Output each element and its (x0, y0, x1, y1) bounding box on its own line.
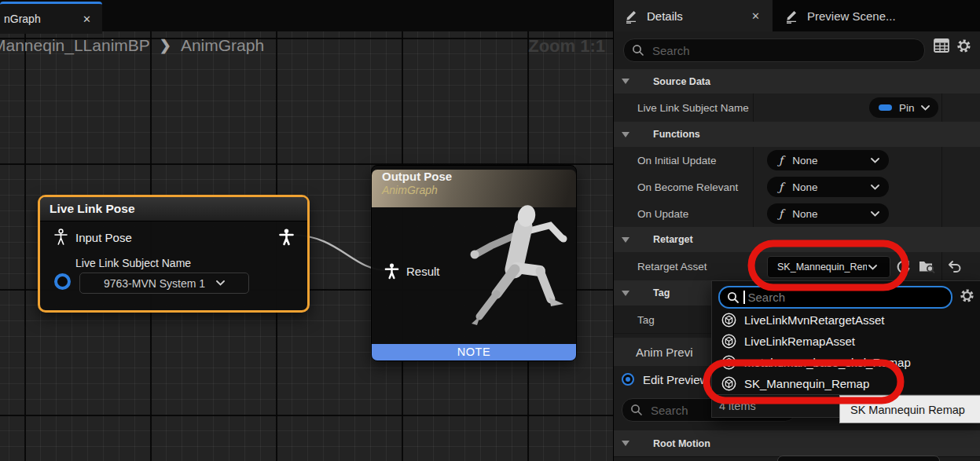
animgraph-canvas[interactable]: nGraph ✕ Manneqin_LLanimBP ❯ AnimGraph Z… (0, 0, 613, 461)
asset-picker-search-input[interactable] (718, 286, 952, 309)
function-dropdown[interactable]: ƒ None (767, 177, 889, 197)
chevron-down-icon (216, 280, 225, 286)
asset-class-icon (721, 334, 736, 349)
subject-name-input-pin-icon[interactable] (54, 273, 71, 290)
asset-class-icon (721, 355, 736, 370)
subject-name-dropdown[interactable]: 9763-MVN System 1 (79, 273, 249, 294)
breadcrumb-current[interactable]: AnimGraph (181, 36, 264, 55)
row-on-become-relevant: On Become Relevant ƒ None (614, 174, 980, 201)
node-note-banner[interactable]: NOTE (372, 344, 576, 360)
collapse-triangle-icon (622, 237, 629, 243)
result-pose-pin-icon[interactable] (384, 263, 399, 280)
collapse-triangle-icon (622, 79, 629, 84)
chevron-down-icon (871, 158, 879, 163)
details-search-field[interactable] (651, 43, 864, 58)
output-pose-node-header[interactable]: Output Pose AnimGraph (372, 170, 576, 207)
settings-gear-icon[interactable] (955, 37, 972, 54)
collapse-triangle-icon (622, 441, 629, 446)
asset-item-label: LiveLinkRemapAsset (744, 335, 855, 348)
asset-item-label: metahuman_base_skel_Remap (744, 356, 911, 369)
pose-output-pin-icon[interactable] (278, 229, 295, 246)
pin-dropdown-value: Pin (899, 102, 915, 114)
section-root-motion-label: Root Motion (653, 438, 710, 449)
preview-scene-pencil-icon (784, 9, 799, 24)
zoom-level-indicator: Zoom 1:1 (472, 36, 605, 57)
asset-item-livelinkmvnretargetasset[interactable]: LiveLinkMvnRetargetAsset (712, 309, 980, 331)
asset-class-icon (721, 376, 736, 391)
asset-class-icon (721, 313, 736, 327)
result-pin-label: Result (406, 265, 440, 278)
retarget-asset-dropdown[interactable]: SK_Mannequin_Rem (767, 256, 890, 278)
tab-details-label: Details (647, 9, 683, 23)
row-label: Retarget Asset (637, 261, 707, 273)
asset-item-sk-mannequin-remap[interactable]: SK_Mannequin_Remap (712, 373, 980, 394)
row-label: Tag (637, 313, 655, 325)
details-toolbar (614, 31, 980, 69)
details-pencil-icon (624, 9, 639, 24)
function-icon: ƒ (779, 207, 783, 220)
row-retarget-asset: Retarget Asset SK_Mannequin_Rem (614, 252, 980, 281)
text-cursor (743, 291, 745, 304)
search-icon (630, 404, 643, 416)
use-selected-asset-icon[interactable] (894, 258, 912, 275)
row-label: On Initial Update (637, 155, 717, 166)
output-pose-node-subtitle: AnimGraph (382, 184, 576, 196)
section-source-data-label: Source Data (653, 76, 710, 87)
tab-details-close-icon[interactable]: ✕ (751, 10, 760, 22)
unreal-editor-window: nGraph ✕ Manneqin_LLanimBP ❯ AnimGraph Z… (0, 0, 980, 461)
asset-picker-settings-gear-icon[interactable] (959, 287, 975, 304)
live-link-pose-node[interactable]: Live Link Pose Input Pose Live Link Subj… (38, 195, 310, 313)
function-dropdown-value: None (792, 181, 817, 193)
function-dropdown-value: None (792, 155, 817, 166)
chevron-down-icon (871, 211, 879, 217)
row-label: On Become Relevant (637, 181, 738, 193)
graph-document-tab[interactable]: nGraph ✕ (0, 2, 102, 34)
details-search-input[interactable] (623, 38, 925, 62)
section-retarget-label: Retarget (653, 234, 693, 245)
radio-selected-icon[interactable] (622, 373, 634, 386)
row-on-initial-update: On Initial Update ƒ None (614, 147, 980, 174)
input-pose-pin-label: Input Pose (75, 231, 132, 244)
display-filter-icon[interactable] (933, 37, 950, 54)
chevron-down-icon (921, 105, 930, 111)
pin-dropdown-button[interactable]: Pin (869, 97, 938, 118)
function-icon: ƒ (779, 181, 783, 193)
anim-preview-editor-label: Anim Previ (636, 346, 693, 359)
chevron-down-icon (868, 265, 877, 270)
function-icon: ƒ (779, 154, 783, 166)
search-icon (632, 44, 644, 57)
function-dropdown[interactable]: ƒ None (767, 150, 889, 170)
edit-preview-label: Edit Preview (643, 373, 708, 386)
asset-item-metahuman-base-skel-remap[interactable]: metahuman_base_skel_Remap (712, 352, 980, 373)
asset-item-label: LiveLinkMvnRetargetAsset (744, 313, 884, 327)
tab-preview-scene[interactable]: Preview Scene... (774, 0, 980, 31)
row-on-update: On Update ƒ None (614, 200, 980, 228)
browse-to-asset-icon[interactable] (918, 258, 935, 275)
section-functions-label: Functions (653, 129, 700, 140)
asset-item-livelinkremapasset[interactable]: LiveLinkRemapAsset (712, 331, 980, 352)
reset-to-default-icon[interactable] (945, 258, 963, 275)
section-retarget[interactable]: Retarget (614, 227, 980, 253)
output-pose-node[interactable]: Output Pose AnimGraph (371, 165, 577, 361)
partial-dropdown-bottom (777, 456, 940, 461)
collapse-triangle-icon (622, 132, 629, 137)
section-root-motion[interactable]: Root Motion (614, 430, 980, 457)
breadcrumb: Manneqin_LLanimBP ❯ AnimGraph (0, 36, 264, 55)
asset-item-label: SK_Mannequin_Remap (744, 377, 869, 390)
asset-count-label: 4 items (719, 400, 756, 412)
pose-pin-outline-icon[interactable] (53, 229, 69, 246)
graph-tab-close-icon[interactable]: ✕ (83, 13, 91, 25)
subject-name-pin-label: Live Link Subject Name (75, 257, 191, 269)
section-functions[interactable]: Functions (614, 122, 980, 148)
output-pose-node-title: Output Pose (382, 170, 576, 183)
subject-name-value: 9763-MVN System 1 (104, 277, 205, 290)
live-link-pose-node-header[interactable]: Live Link Pose (40, 197, 307, 221)
breadcrumb-root[interactable]: Manneqin_LLanimBP (0, 36, 150, 55)
function-dropdown[interactable]: ƒ None (767, 203, 889, 224)
retarget-asset-value: SK_Mannequin_Rem (777, 262, 867, 273)
function-dropdown-value: None (792, 208, 817, 220)
section-source-data[interactable]: Source Data (614, 69, 980, 94)
chevron-down-icon (871, 185, 879, 190)
asset-picker-search-field[interactable] (747, 290, 923, 305)
tab-details[interactable]: Details ✕ (614, 0, 773, 31)
